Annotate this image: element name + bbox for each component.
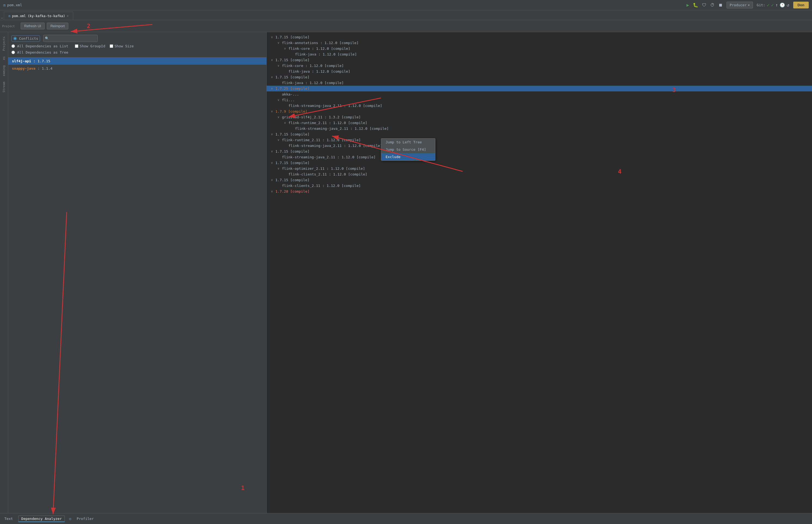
tree-item-13[interactable]: ∨ 1.7.9 [compile]: [267, 109, 812, 114]
sidebar-strip: Projects es eaming Stream: [0, 32, 8, 513]
options-bar: Conflicts 🔍 All Dependencies as List Sho…: [8, 32, 266, 58]
tree-text-8: flink-java : 1.12.0 [compile]: [282, 81, 344, 85]
annotation-2: 2: [87, 22, 90, 29]
project-label: Project: [2, 24, 18, 28]
conflicts-radio-row: Conflicts: [12, 35, 40, 42]
producer-dropdown[interactable]: Producer ▾: [727, 2, 753, 9]
profiler-icon[interactable]: ⏱: [710, 2, 715, 7]
tree-arrow-13: ∨: [271, 110, 274, 113]
dep-name-slf4j: slf4j-api: [12, 59, 31, 63]
tab-bar: — m pom.xml (ky-kafka-to-kafka) ✕: [0, 10, 812, 20]
dep-item-snappy[interactable]: snappy-java : 1.1.4: [8, 65, 266, 72]
all-deps-list-radio[interactable]: [12, 44, 15, 48]
tree-item-14[interactable]: ∨ grizzled-slf4j_2.11 : 1.3.2 [compile]: [267, 114, 812, 120]
bottom-text-tab[interactable]: Text: [2, 515, 15, 522]
all-deps-tree-row: All Dependencies as Tree: [12, 50, 263, 54]
tree-text-4: 1.7.15 [compile]: [275, 58, 309, 62]
tree-item-19[interactable]: flink-streaming-java_2.11 : 1.12.0 [comp…: [267, 143, 812, 149]
tab-label: pom.xml (ky-kafka-to-kafka): [12, 14, 65, 18]
tree-item-1[interactable]: ∨ flink-annotations : 1.12.0 [compile]: [267, 40, 812, 46]
producer-arrow-icon: ▾: [748, 3, 750, 7]
tree-text-14: grizzled-slf4j_2.11 : 1.3.2 [compile]: [282, 115, 361, 119]
reimport-button[interactable]: Reimport: [47, 22, 68, 29]
debug-icon[interactable]: 🐛: [693, 2, 698, 7]
tree-item-10[interactable]: akka-...: [267, 92, 812, 97]
annotation-1: 1: [241, 485, 245, 491]
window-minimize-icon[interactable]: —: [1, 16, 3, 20]
tree-item-21[interactable]: flink-streaming-java_2.11 : 1.12.0 [comp…: [267, 154, 812, 160]
tree-text-1: flink-annotations : 1.12.0 [compile]: [282, 41, 359, 45]
tree-item-4[interactable]: ∨ 1.7.15 [compile]: [267, 57, 812, 63]
tree-item-25[interactable]: ∨ 1.7.15 [compile]: [267, 177, 812, 183]
tree-text-13: 1.7.9 [compile]: [275, 109, 307, 113]
show-size-checkbox[interactable]: [110, 44, 113, 48]
left-panel: Conflicts 🔍 All Dependencies as List Sho…: [8, 32, 267, 513]
bottom-dep-analyzer-tab[interactable]: Dependency Analyzer: [18, 515, 65, 522]
don-button[interactable]: Don: [793, 2, 809, 9]
search-wrapper: 🔍: [43, 35, 98, 42]
git-history-icon[interactable]: 🕐: [780, 2, 785, 7]
conflicts-radio[interactable]: [13, 37, 17, 40]
tree-text-11: fli...: [282, 98, 295, 102]
sidebar-eaming-label[interactable]: eaming: [2, 63, 6, 78]
tree-item-9[interactable]: ∨ 1.7.25 [compile]: [267, 86, 812, 92]
search-input[interactable]: [43, 35, 98, 42]
tree-text-24: flink-clients_2.11 : 1.12.0 [compile]: [289, 172, 367, 176]
pom-xml-tab[interactable]: m pom.xml (ky-kafka-to-kafka) ✕: [4, 12, 73, 20]
dep-item-slf4j[interactable]: slf4j-api : 1.7.15: [8, 58, 266, 65]
tree-item-18[interactable]: ∨ flink-runtime_2.11 : 1.12.0 [compile]: [267, 137, 812, 143]
tree-arrow-25: ∨: [271, 178, 274, 182]
tab-maven-icon: m: [9, 14, 10, 18]
all-deps-tree-label: All Dependencies as Tree: [17, 50, 68, 54]
tree-item-27[interactable]: ∨ 1.7.28 [compile]: [267, 189, 812, 194]
tree-item-17[interactable]: ∨ 1.7.15 [compile]: [267, 131, 812, 137]
tree-item-22[interactable]: ∨ 1.7.15 [compile]: [267, 160, 812, 166]
tree-item-7[interactable]: ∨ 1.7.15 [compile]: [267, 74, 812, 80]
sidebar-es-label[interactable]: es: [2, 54, 6, 62]
top-toolbar: Project Refresh UI Reimport 2: [0, 20, 812, 32]
tree-arrow-14: ∨: [278, 115, 281, 119]
main-container: Projects es eaming Stream Conflicts 🔍 Al…: [0, 32, 812, 513]
tree-item-6[interactable]: flink-java : 1.12.0 [compile]: [267, 68, 812, 74]
all-deps-list-label: All Dependencies as List: [17, 44, 68, 48]
git-push-icon[interactable]: ↑: [775, 2, 778, 7]
tree-text-27: 1.7.28 [compile]: [275, 190, 309, 194]
git-revert-icon[interactable]: ↺: [787, 2, 790, 7]
show-groupid-checkbox[interactable]: [75, 44, 78, 48]
tab-close-icon[interactable]: ✕: [67, 14, 68, 18]
show-size-label: Show Size: [110, 44, 134, 48]
context-jump-left[interactable]: Jump to Left Tree: [381, 138, 435, 146]
tree-text-0: 1.7.15 [compile]: [275, 35, 309, 39]
git-checkmark-icon[interactable]: ✓: [767, 2, 769, 7]
run-icon[interactable]: ▶: [686, 2, 689, 7]
tree-item-20[interactable]: ∨ 1.7.15 [compile]: [267, 149, 812, 154]
sidebar-stream-label[interactable]: Stream: [2, 79, 6, 95]
context-exclude[interactable]: Exclude: [381, 153, 435, 161]
tree-text-7: 1.7.15 [compile]: [275, 75, 309, 79]
tree-item-3[interactable]: flink-java : 1.12.0 [compile]: [267, 51, 812, 57]
tree-arrow-23: ∨: [278, 167, 281, 170]
tree-item-12[interactable]: flink-streaming-java_2.11 : 1.12.0 [comp…: [267, 103, 812, 109]
tree-item-8[interactable]: flink-java : 1.12.0 [compile]: [267, 80, 812, 86]
tree-item-15[interactable]: ∨ flink-runtime_2.11 : 1.12.0 [compile]: [267, 120, 812, 126]
context-jump-source[interactable]: Jump to Source [F4]: [381, 146, 435, 153]
tree-item-16[interactable]: flink-streaming-java_2.11 : 1.12.0 [comp…: [267, 126, 812, 131]
bottom-profiler-tab[interactable]: Profiler: [75, 515, 96, 522]
git-check2-icon[interactable]: ✓: [771, 2, 774, 7]
git-section: Git: ✓ ✓ ↑ 🕐 ↺: [757, 2, 790, 7]
tree-item-5[interactable]: ∨ flink-core : 1.12.0 [compile]: [267, 63, 812, 68]
context-menu: Jump to Left Tree Jump to Source [F4] Ex…: [381, 138, 435, 161]
refresh-ui-button[interactable]: Refresh UI: [21, 22, 45, 29]
tree-item-26[interactable]: flink-clients_2.11 : 1.12.0 [compile]: [267, 183, 812, 189]
sidebar-projects-label[interactable]: Projects: [2, 34, 6, 53]
tree-item-2[interactable]: ∨ flink-core : 1.12.0 [compile]: [267, 46, 812, 51]
tree-item-11[interactable]: ∨ fli...: [267, 97, 812, 103]
all-deps-tree-radio[interactable]: [12, 51, 15, 54]
tree-item-24[interactable]: flink-clients_2.11 : 1.12.0 [compile]: [267, 171, 812, 177]
tree-item-0[interactable]: ∨ 1.7.15 [compile]: [267, 34, 812, 40]
show-groupid-label: Show GroupId: [75, 44, 105, 48]
tree-item-23[interactable]: ∨ flink-optimizer_2.11 : 1.12.0 [compile…: [267, 166, 812, 171]
coverage-icon[interactable]: 🛡: [702, 2, 707, 7]
stop-icon[interactable]: ⏹: [718, 2, 723, 7]
tree-arrow-11: ∨: [278, 98, 281, 102]
